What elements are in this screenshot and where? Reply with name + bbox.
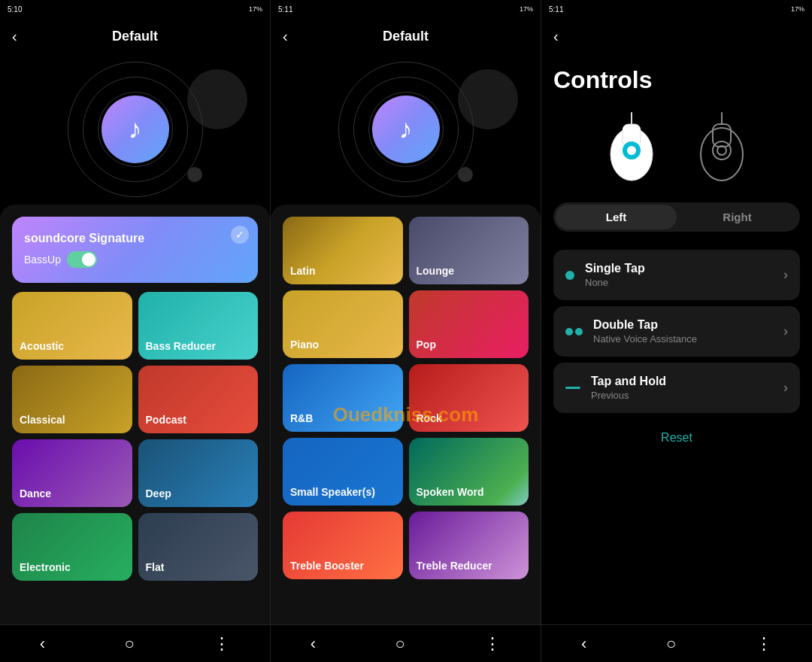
tile-spoken-word[interactable]: Spoken Word	[409, 438, 529, 506]
nav-home-1[interactable]: ○	[110, 628, 150, 660]
tile-treble-booster[interactable]: Treble Booster	[283, 512, 403, 579]
left-btn[interactable]: Left	[556, 205, 677, 229]
tap-hold-control[interactable]: Tap and Hold Previous ›	[553, 363, 800, 413]
svg-point-3	[627, 146, 636, 155]
hero-dot-2	[458, 167, 473, 182]
bassup-toggle[interactable]	[67, 251, 97, 268]
hero-area-1: ♪	[0, 54, 270, 205]
time-3: 5:11	[549, 5, 563, 14]
hero-dot	[187, 167, 202, 182]
double-tap-dot	[565, 328, 583, 336]
toggle-knob	[82, 253, 95, 266]
tile-label-piano: Piano	[290, 339, 319, 351]
back-button-1[interactable]: ‹	[12, 28, 17, 45]
left-earbud-icon	[601, 109, 662, 184]
single-tap-dot	[565, 271, 574, 280]
featured-card[interactable]: ✓ soundcore Signature BassUp	[12, 217, 258, 283]
time-1: 5:10	[8, 5, 22, 14]
right-btn[interactable]: Right	[677, 205, 798, 229]
tile-classical[interactable]: Classical	[12, 366, 132, 433]
tile-label-flat: Flat	[146, 561, 165, 573]
double-tap-label: Double Tap	[593, 318, 783, 332]
tile-bass-reducer[interactable]: Bass Reducer	[138, 292, 259, 360]
tile-flat[interactable]: Flat	[138, 513, 259, 581]
hero-logo: ♪	[102, 96, 169, 163]
hero-logo-2: ♪	[372, 96, 440, 163]
tile-label-spoken-word: Spoken Word	[417, 486, 484, 498]
panel-1: 5:10 17% ‹ Default ♪ ✓ soundcore Signatu…	[0, 0, 271, 662]
double-tap-control[interactable]: Double Tap Native Voice Assistance ›	[553, 306, 800, 357]
tile-electronic[interactable]: Electronic	[12, 513, 132, 581]
single-tap-value: None	[585, 277, 783, 288]
chevron-icon-hold: ›	[783, 380, 788, 396]
time-2: 5:11	[278, 5, 292, 14]
tile-label-pop: Pop	[417, 339, 436, 351]
tile-latin[interactable]: Latin	[283, 217, 403, 284]
hero-area-2: ♪	[271, 54, 541, 205]
tile-label-bass-reducer: Bass Reducer	[146, 340, 216, 352]
status-bar-3: 5:11 17%	[541, 0, 812, 18]
tap-hold-label: Tap and Hold	[591, 375, 783, 388]
tile-rnb[interactable]: R&B	[283, 364, 403, 432]
tile-piano[interactable]: Piano	[283, 290, 403, 358]
tap-hold-text: Tap and Hold Previous	[591, 375, 783, 401]
tap-hold-dash	[565, 387, 580, 389]
tile-label-electronic: Electronic	[20, 561, 71, 573]
nav-recent-3[interactable]: ⋮	[741, 628, 787, 660]
tile-treble-reducer[interactable]: Treble Reducer	[409, 512, 529, 579]
top-bar-1: ‹ Default	[0, 18, 270, 54]
tile-label-small-speaker: Small Speaker(s)	[290, 486, 375, 498]
controls-content: Controls Left Right	[541, 54, 812, 624]
music-icon-2: ♪	[399, 114, 413, 145]
tile-pop[interactable]: Pop	[409, 290, 529, 358]
tile-label-acoustic: Acoustic	[20, 340, 64, 352]
tile-label-rnb: R&B	[290, 412, 313, 424]
bassup-row: BassUp	[24, 251, 246, 268]
single-tap-label: Single Tap	[585, 262, 783, 275]
featured-label: soundcore Signature	[24, 232, 246, 245]
nav-back-1[interactable]: ‹	[25, 628, 60, 660]
tile-lounge[interactable]: Lounge	[409, 217, 529, 284]
eq-list: Ouedkniss.com Latin Lounge Piano Pop R&B…	[271, 205, 541, 624]
nav-recent-1[interactable]: ⋮	[198, 628, 245, 660]
svg-point-7	[713, 141, 731, 159]
tile-acoustic[interactable]: Acoustic	[12, 292, 132, 360]
right-earbud-icon	[692, 109, 752, 184]
nav-back-3[interactable]: ‹	[566, 628, 601, 660]
chevron-icon-double: ›	[783, 323, 788, 339]
nav-back-2[interactable]: ‹	[295, 628, 331, 660]
check-icon: ✓	[231, 226, 249, 244]
tile-label-lounge: Lounge	[417, 265, 455, 277]
panel-3: 5:11 17% ‹ Controls	[541, 0, 812, 662]
back-button-3[interactable]: ‹	[553, 28, 559, 45]
top-bar-3: ‹	[541, 18, 812, 54]
tile-label-dance: Dance	[20, 487, 51, 500]
status-bar-2: 5:11 17%	[271, 0, 541, 18]
battery-1: 17%	[249, 5, 262, 13]
sound-list: ✓ soundcore Signature BassUp Acoustic Ba…	[0, 205, 270, 624]
tap-hold-value: Previous	[591, 390, 783, 401]
nav-home-3[interactable]: ○	[651, 628, 691, 660]
tile-label-rock: Rock	[417, 412, 442, 424]
tile-podcast[interactable]: Podcast	[138, 366, 259, 433]
chevron-icon-single: ›	[783, 267, 788, 283]
single-tap-control[interactable]: Single Tap None ›	[553, 250, 800, 300]
nav-home-2[interactable]: ○	[380, 628, 420, 660]
double-tap-text: Double Tap Native Voice Assistance	[593, 318, 783, 345]
lr-toggle: Left Right	[553, 202, 800, 232]
double-tap-value: Native Voice Assistance	[593, 333, 783, 345]
bottom-nav-1: ‹ ○ ⋮	[0, 624, 270, 662]
battery-3: 17%	[791, 5, 804, 13]
tile-deep[interactable]: Deep	[138, 439, 259, 507]
tile-dance[interactable]: Dance	[12, 439, 132, 507]
tile-small-speaker[interactable]: Small Speaker(s)	[283, 438, 403, 506]
bottom-nav-3: ‹ ○ ⋮	[541, 624, 812, 662]
nav-recent-2[interactable]: ⋮	[469, 628, 516, 660]
tile-label-treble-reducer: Treble Reducer	[417, 560, 492, 572]
sound-grid: Acoustic Bass Reducer Classical Podcast …	[12, 292, 258, 581]
reset-button[interactable]: Reset	[553, 419, 800, 457]
back-button-2[interactable]: ‹	[283, 28, 288, 45]
tile-rock[interactable]: Rock	[409, 364, 529, 432]
controls-title: Controls	[553, 66, 800, 94]
tile-label-treble-booster: Treble Booster	[290, 560, 364, 572]
